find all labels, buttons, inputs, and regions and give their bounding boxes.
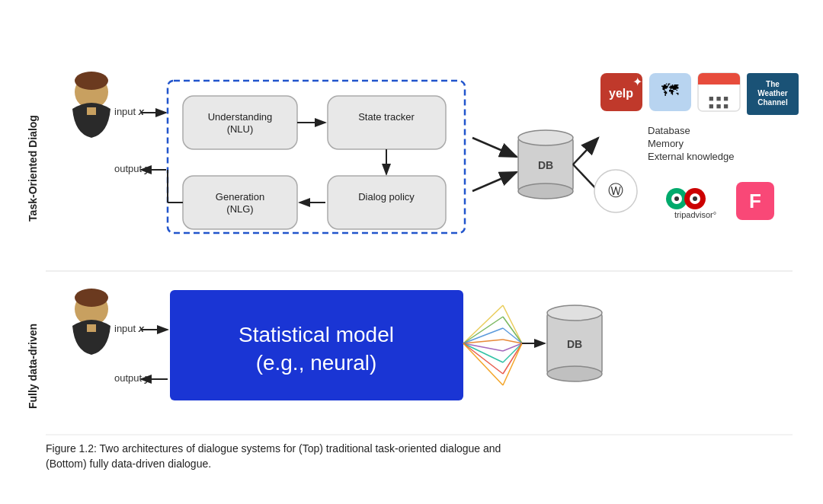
yelp-star: ✦ xyxy=(632,75,642,88)
tripadvisor-group: tripadvisor° xyxy=(666,188,716,219)
state-tracker-label: State tracker xyxy=(358,111,415,123)
db-memory-text3: External knowledge xyxy=(648,151,734,162)
svg-point-5 xyxy=(75,289,108,307)
tripadvisor-pupil-right xyxy=(693,196,697,201)
db-label-bottom: DB xyxy=(567,338,582,350)
calendar-header2 xyxy=(698,79,740,85)
calendar-grid2: ■ ■ ■ xyxy=(709,101,729,110)
dialog-policy-box xyxy=(328,176,446,229)
weather-text-weather: Weather xyxy=(757,89,787,97)
bottom-section-label: Fully data-driven xyxy=(27,324,39,409)
db-bottom-ellipse xyxy=(518,183,573,199)
db-memory-text1: Database xyxy=(648,125,690,136)
svg-line-13 xyxy=(463,343,503,374)
map-emoji: 🗺 xyxy=(661,81,679,100)
caption-line1: Figure 1.2: Two architectures of dialogu… xyxy=(46,442,501,455)
yelp-text: yelp xyxy=(609,87,633,100)
svg-line-12 xyxy=(463,343,503,362)
tripadvisor-pupil-left xyxy=(674,196,679,201)
db-label-top: DB xyxy=(538,159,553,171)
db-memory-text2: Memory xyxy=(648,138,684,149)
top-to-db-arrow2 xyxy=(472,172,517,191)
nlu-box xyxy=(183,96,297,149)
main-container: Task-Oriented Dialog input x output y Un… xyxy=(0,0,823,504)
person-avatar-bottom xyxy=(72,289,110,355)
nlu-label-line1: Understanding xyxy=(208,111,273,123)
db-to-icons-arrow xyxy=(573,138,598,164)
statistical-model-text1: Statistical model xyxy=(239,323,394,346)
caption-line2: (Bottom) fully data-driven dialogue. xyxy=(46,458,211,470)
bottom-output-label: output y xyxy=(114,372,151,384)
svg-line-21 xyxy=(503,343,522,374)
diagram-svg: Task-Oriented Dialog input x output y Un… xyxy=(23,15,800,489)
top-output-label: output y xyxy=(114,163,151,174)
svg-rect-2 xyxy=(87,107,96,115)
wikipedia-w: Ⓦ xyxy=(608,182,623,199)
svg-line-7 xyxy=(463,305,503,343)
db-top-ellipse-bottom xyxy=(547,305,602,321)
foursquare-f: F xyxy=(749,190,761,212)
neural-net-wires xyxy=(463,305,522,385)
svg-line-15 xyxy=(503,305,522,343)
nlg-box xyxy=(183,176,297,229)
weather-text-channel: Channel xyxy=(757,98,788,107)
tripadvisor-text: tripadvisor° xyxy=(674,210,716,219)
state-tracker-box xyxy=(328,96,446,149)
top-input-label: input x xyxy=(114,106,145,117)
dialog-policy-label: Dialog policy xyxy=(358,191,415,203)
nlg-label-line2: (NLG) xyxy=(226,203,253,215)
weather-text-the: The xyxy=(766,80,780,88)
svg-point-1 xyxy=(75,72,108,90)
svg-rect-6 xyxy=(87,324,96,332)
top-to-db-arrow1 xyxy=(472,138,517,157)
db-bottom-ellipse-bottom xyxy=(547,366,602,381)
nlu-label-line2: (NLU) xyxy=(227,123,254,135)
top-section-label: Task-Oriented Dialog xyxy=(27,115,39,222)
bottom-input-label: input x xyxy=(114,323,145,334)
nlg-label-line1: Generation xyxy=(216,191,264,203)
statistical-model-text2: (e.g., neural) xyxy=(256,351,377,375)
db-top-ellipse xyxy=(518,130,573,145)
person-avatar-top xyxy=(72,72,110,138)
